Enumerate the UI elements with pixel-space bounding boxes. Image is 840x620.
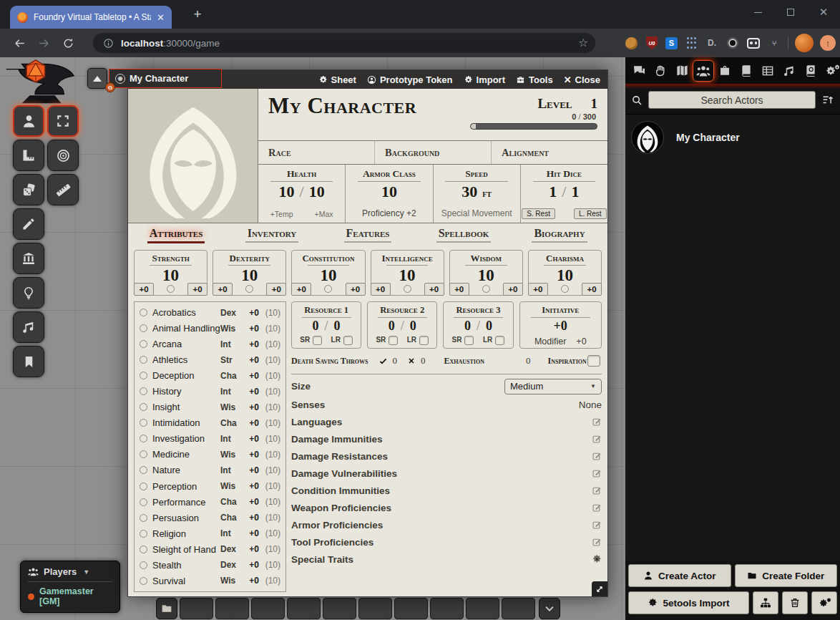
skill-row[interactable]: Animal Handling Wis +0 (10) xyxy=(140,321,280,336)
death-failure-count[interactable]: 0 xyxy=(421,355,426,367)
lr-checkbox[interactable] xyxy=(495,336,504,345)
macro-slot[interactable] xyxy=(287,598,321,619)
skill-proficiency-radio[interactable] xyxy=(140,466,147,474)
drawing-tools-button[interactable] xyxy=(13,208,44,240)
edit-icon[interactable] xyxy=(592,451,602,461)
skill-row[interactable]: Insight Wis +0 (10) xyxy=(140,399,280,415)
nav-scene-tab[interactable]: ◉ My Character G xyxy=(109,69,222,88)
ability-block[interactable]: Constitution 10 +0 +0 xyxy=(291,250,365,296)
x-icon[interactable] xyxy=(407,357,416,365)
new-tab-button[interactable]: + xyxy=(187,4,207,24)
foundry-logo[interactable] xyxy=(3,59,83,106)
macro-slot[interactable] xyxy=(394,598,428,619)
macro-slot[interactable] xyxy=(358,598,392,619)
delete-button[interactable] xyxy=(782,591,808,614)
skill-proficiency-radio[interactable] xyxy=(140,450,147,458)
sidebar-tab-combat[interactable] xyxy=(650,57,671,84)
bookmark-star-icon[interactable]: ☆ xyxy=(578,36,588,49)
background-field[interactable]: Background xyxy=(375,141,492,164)
sound-tools-button[interactable] xyxy=(13,311,44,343)
5etools-import-button[interactable]: 5etools Import xyxy=(628,591,749,614)
macro-slot[interactable] xyxy=(215,598,249,619)
skill-proficiency-radio[interactable] xyxy=(140,561,147,569)
skill-row[interactable]: Performance Cha +0 (10) xyxy=(140,495,280,510)
reload-icon[interactable] xyxy=(56,37,80,49)
ability-block[interactable]: Charisma 10 +0 +0 xyxy=(528,250,602,296)
proficiency-radio[interactable] xyxy=(482,285,490,293)
grid-extension-icon[interactable] xyxy=(684,36,698,50)
create-actor-button[interactable]: Create Actor xyxy=(628,564,731,587)
skill-row[interactable]: Medicine Wis +0 (10) xyxy=(140,447,280,462)
macro-folder-button[interactable] xyxy=(156,598,177,619)
sidebar-tab-items[interactable] xyxy=(714,57,736,84)
sidebar-tab-scenes[interactable] xyxy=(671,57,693,84)
skill-row[interactable]: Athletics Str +0 (10) xyxy=(140,352,280,367)
skill-proficiency-radio[interactable] xyxy=(140,403,147,411)
notes-tools-button[interactable] xyxy=(13,346,44,377)
directory-settings-button[interactable] xyxy=(811,591,837,614)
sidebar-tab-playlists[interactable] xyxy=(778,57,800,84)
resource-max[interactable]: 0 xyxy=(334,319,341,334)
ability-score[interactable]: 10 xyxy=(135,266,207,284)
long-rest-button[interactable]: L. Rest xyxy=(574,208,607,219)
skill-row[interactable]: Persuasion Cha +0 (10) xyxy=(140,510,280,525)
speed-value[interactable]: 30 xyxy=(461,183,477,201)
proficiency-radio[interactable] xyxy=(167,285,175,293)
sheet-tab[interactable]: Attributes xyxy=(128,227,224,243)
sheet-tab[interactable]: Biography xyxy=(512,227,607,243)
sheet-tab[interactable]: Spellbook xyxy=(416,227,512,243)
skill-proficiency-radio[interactable] xyxy=(140,498,147,506)
hd-current[interactable]: 1 xyxy=(549,183,557,201)
ability-score[interactable]: 10 xyxy=(292,266,364,284)
sheet-config-button[interactable]: Sheet xyxy=(318,74,356,85)
fork-extension-icon[interactable]: ⑂ xyxy=(767,36,781,50)
browser-tab[interactable]: Foundry Virtual Tabletop • A Stan ✕ xyxy=(10,6,172,29)
skill-row[interactable]: Nature Int +0 (10) xyxy=(140,462,280,478)
ability-check-mod[interactable]: +0 xyxy=(187,283,207,296)
edit-icon[interactable] xyxy=(592,485,602,495)
resource-value[interactable]: 0 xyxy=(464,319,471,334)
edit-icon[interactable] xyxy=(592,417,602,427)
ability-score[interactable]: 10 xyxy=(450,266,522,284)
skill-row[interactable]: Perception Wis +0 (10) xyxy=(140,479,280,494)
skill-proficiency-radio[interactable] xyxy=(140,419,147,427)
ability-save-mod[interactable]: +0 xyxy=(291,283,311,296)
ability-save-mod[interactable]: +0 xyxy=(371,283,391,296)
sidebar-tab-actors[interactable] xyxy=(693,57,714,84)
robot-extension-icon[interactable] xyxy=(746,36,761,50)
sidebar-tab-journal[interactable] xyxy=(736,57,757,84)
xp-value[interactable]: 0 xyxy=(572,112,576,121)
browser-update-icon[interactable]: ↑ xyxy=(820,35,836,51)
race-field[interactable]: Race xyxy=(258,141,375,164)
sheet-tab[interactable]: Inventory xyxy=(224,227,320,243)
config-gear-icon[interactable] xyxy=(592,554,602,564)
skill-row[interactable]: Sleight of Hand Dex +0 (10) xyxy=(140,542,280,557)
level-value[interactable]: 1 xyxy=(591,96,598,112)
skill-proficiency-radio[interactable] xyxy=(140,435,147,442)
profile-avatar[interactable] xyxy=(795,34,814,52)
skill-row[interactable]: Survival Wis +0 (10) xyxy=(140,573,280,588)
skill-row[interactable]: Deception Cha +0 (10) xyxy=(140,368,280,383)
inspiration-checkbox[interactable] xyxy=(587,355,600,367)
site-info-icon[interactable] xyxy=(103,38,114,49)
skill-proficiency-radio[interactable] xyxy=(140,546,147,553)
resource-value[interactable]: 0 xyxy=(313,319,319,334)
edit-icon[interactable] xyxy=(592,434,602,444)
macro-slot[interactable] xyxy=(430,598,464,619)
ublock-extension-icon[interactable]: U0 xyxy=(645,36,659,50)
hp-tempmax-label[interactable]: +Max xyxy=(315,210,333,218)
ability-check-mod[interactable]: +0 xyxy=(503,283,523,296)
macro-slot[interactable] xyxy=(466,598,499,619)
sidebar-tab-chat[interactable] xyxy=(628,57,650,84)
ability-save-mod[interactable]: +0 xyxy=(213,283,233,296)
back-icon[interactable] xyxy=(7,37,31,50)
folder-tree-button[interactable] xyxy=(753,591,778,614)
sort-icon[interactable] xyxy=(821,94,834,107)
players-header[interactable]: Players ▼ xyxy=(28,566,112,577)
session-extension-icon[interactable]: S xyxy=(665,37,678,49)
tab-close-icon[interactable]: ✕ xyxy=(157,12,165,23)
ability-block[interactable]: Dexterity 10 +0 +0 xyxy=(213,250,286,296)
measure-tool-button[interactable] xyxy=(13,140,44,171)
edit-icon[interactable] xyxy=(592,520,602,530)
alignment-field[interactable]: Alignment xyxy=(492,141,607,164)
